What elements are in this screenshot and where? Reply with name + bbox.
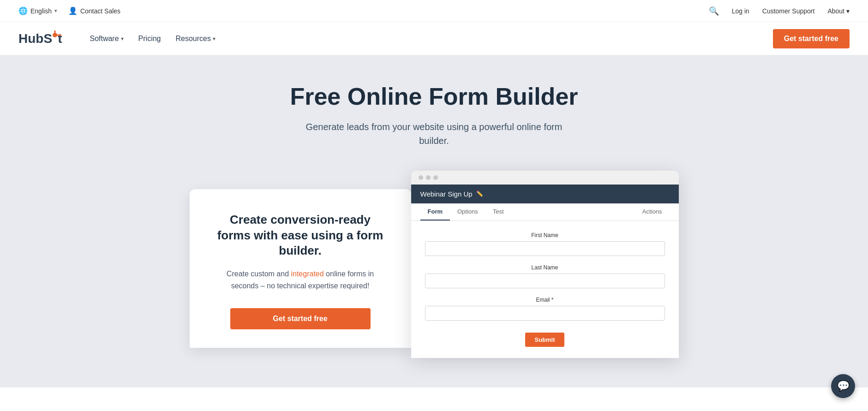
form-body: First Name Last Name Email * Submit	[411, 221, 679, 358]
left-card-title: Create conversion-ready forms with ease …	[213, 212, 388, 259]
get-started-button[interactable]: Get started free	[773, 29, 850, 48]
tab-test[interactable]: Test	[485, 203, 511, 220]
chat-icon: 💬	[837, 380, 850, 387]
first-name-input[interactable]	[425, 241, 665, 256]
login-link[interactable]: Log in	[732, 7, 749, 15]
resources-chevron-icon: ▾	[213, 36, 216, 42]
tab-form[interactable]: Form	[420, 203, 450, 220]
browser-mockup: Webinar Sign Up ✏️ Form Options Test Act…	[411, 171, 679, 358]
last-name-field: Last Name	[425, 264, 665, 288]
hubspot-dot-icon	[53, 33, 57, 37]
contact-sales-link[interactable]: 👤 Contact Sales	[68, 6, 120, 15]
browser-dot-3	[433, 175, 438, 180]
browser-bar	[411, 171, 679, 185]
logo-s-text: S	[43, 31, 52, 46]
about-chevron: ▾	[846, 7, 850, 15]
left-card: Create conversion-ready forms with ease …	[190, 189, 411, 348]
form-editor-header: Webinar Sign Up ✏️	[411, 185, 679, 203]
customer-support-link[interactable]: Customer Support	[762, 7, 815, 15]
integrated-link[interactable]: integrated	[291, 270, 323, 278]
edit-icon[interactable]: ✏️	[476, 191, 483, 197]
form-submit-button[interactable]: Submit	[525, 333, 564, 347]
browser-dot-2	[426, 175, 431, 180]
software-nav-link[interactable]: Software ▾	[84, 31, 129, 47]
globe-icon: 🌐	[18, 6, 28, 15]
email-field: Email *	[425, 297, 665, 321]
main-nav: Hub S t Software ▾ Pricing Resources ▾ G…	[0, 22, 868, 55]
utility-bar-right: 🔍 Log in Customer Support About ▾	[709, 6, 850, 16]
form-editor-tabs: Form Options Test Actions	[411, 203, 679, 221]
email-label: Email *	[425, 297, 665, 303]
language-selector[interactable]: 🌐 English ▾	[18, 6, 57, 15]
browser-dot-1	[419, 175, 423, 180]
resources-label: Resources	[176, 35, 211, 43]
utility-bar: 🌐 English ▾ 👤 Contact Sales 🔍 Log in Cus…	[0, 0, 868, 22]
tab-options[interactable]: Options	[450, 203, 485, 220]
contact-sales-label: Contact Sales	[80, 7, 120, 15]
nav-links: Software ▾ Pricing Resources ▾	[84, 31, 221, 47]
left-card-desc: Create custom and integrated online form…	[213, 268, 388, 292]
first-name-label: First Name	[425, 232, 665, 238]
form-editor: Webinar Sign Up ✏️ Form Options Test Act…	[411, 185, 679, 358]
left-card-desc-start: Create custom and	[227, 270, 291, 278]
software-label: Software	[90, 35, 119, 43]
person-icon: 👤	[68, 6, 78, 15]
language-chevron: ▾	[54, 8, 57, 14]
about-label: About	[827, 7, 844, 15]
nav-left: Hub S t Software ▾ Pricing Resources ▾	[18, 31, 221, 47]
email-input[interactable]	[425, 306, 665, 321]
hero-section: Free Online Form Builder Generate leads …	[0, 55, 868, 387]
resources-nav-link[interactable]: Resources ▾	[170, 31, 221, 47]
logo-p-text: t	[58, 31, 62, 46]
left-cta-button[interactable]: Get started free	[230, 308, 371, 329]
pricing-label: Pricing	[138, 35, 161, 43]
last-name-label: Last Name	[425, 264, 665, 271]
software-chevron-icon: ▾	[121, 36, 124, 42]
last-name-input[interactable]	[425, 274, 665, 288]
language-label: English	[30, 7, 52, 15]
tab-actions[interactable]: Actions	[635, 203, 670, 220]
hero-title: Free Online Form Builder	[18, 83, 850, 111]
search-button[interactable]: 🔍	[709, 6, 719, 16]
form-editor-title: Webinar Sign Up	[420, 190, 473, 198]
utility-bar-left: 🌐 English ▾ 👤 Contact Sales	[18, 6, 120, 15]
browser-area: Create conversion-ready forms with ease …	[157, 171, 711, 358]
about-button[interactable]: About ▾	[827, 7, 850, 15]
hero-subtitle: Generate leads from your website using a…	[305, 120, 563, 148]
hubspot-logo[interactable]: Hub S t	[18, 31, 62, 46]
pricing-nav-link[interactable]: Pricing	[133, 31, 167, 47]
logo-hub-text: Hub	[18, 31, 43, 46]
first-name-field: First Name	[425, 232, 665, 256]
